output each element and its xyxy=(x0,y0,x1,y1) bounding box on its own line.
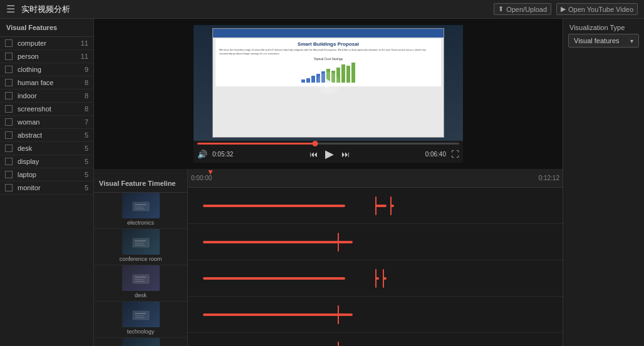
open-upload-button[interactable]: ⬆ Open/Upload xyxy=(494,3,551,15)
feature-checkbox[interactable] xyxy=(5,92,13,99)
thumb-svg xyxy=(132,200,150,212)
timeline-title: Visual Feature Timeline xyxy=(94,174,187,193)
feature-item-laptop[interactable]: laptop 5 xyxy=(0,168,93,181)
play-pause-icon[interactable]: ▶ xyxy=(325,147,334,161)
feature-checkbox[interactable] xyxy=(5,53,13,60)
doc-titlebar xyxy=(213,29,444,38)
youtube-icon: ▶ xyxy=(561,5,566,13)
feature-checkbox[interactable] xyxy=(5,39,13,47)
track-row-people xyxy=(188,333,563,346)
feature-item-abstract[interactable]: abstract 5 xyxy=(0,129,93,142)
playhead-arrow: ▼ xyxy=(207,169,214,176)
feature-name: computer xyxy=(18,39,76,47)
track-marker xyxy=(390,196,392,215)
controls-row: 🔊 0:05:32 ⏮ ▶ ⏭ 0:06:40 ⛶ xyxy=(197,147,459,161)
fast-forward-icon[interactable]: ⏭ xyxy=(341,150,350,159)
feature-checkbox[interactable] xyxy=(5,145,13,152)
feature-count: 9 xyxy=(76,66,88,73)
progress-fill xyxy=(197,143,315,145)
feature-item-computer[interactable]: computer 11 xyxy=(0,37,93,50)
feature-name: indoor xyxy=(18,92,76,99)
header-actions: ⬆ Open/Upload ▶ Open YouTube Video xyxy=(494,3,638,15)
feature-name: abstract xyxy=(18,131,76,139)
progress-bar[interactable] xyxy=(197,143,459,145)
feature-item-display[interactable]: display 5 xyxy=(0,155,93,168)
thumb-svg xyxy=(132,308,150,321)
feature-count: 5 xyxy=(76,131,88,139)
thumb-placeholder xyxy=(122,193,160,218)
feature-checkbox[interactable] xyxy=(5,158,13,165)
thumb-scene xyxy=(122,338,160,346)
thumb-label: technology xyxy=(127,328,155,335)
time-current: 0:05:32 xyxy=(212,151,233,158)
svg-rect-3 xyxy=(135,208,145,210)
feature-item-indoor[interactable]: indoor 8 xyxy=(0,89,93,103)
feature-count: 5 xyxy=(76,184,88,191)
viz-type-selected: Visual features xyxy=(574,37,620,44)
feature-item-desk[interactable]: desk 5 xyxy=(0,142,93,155)
thumb-placeholder xyxy=(122,338,160,346)
thumb-scene xyxy=(122,193,160,218)
feature-checkbox[interactable] xyxy=(5,118,13,126)
fullscreen-icon[interactable]: ⛶ xyxy=(451,150,459,159)
viz-type-label: Visualization Type xyxy=(563,19,644,34)
controls-left: 🔊 0:05:32 xyxy=(197,150,233,159)
feature-name: clothing xyxy=(18,66,76,73)
feature-count: 11 xyxy=(76,39,88,47)
feature-item-monitor[interactable]: monitor 5 xyxy=(0,181,93,195)
feature-count: 7 xyxy=(76,118,88,126)
svg-rect-7 xyxy=(135,245,145,246)
feature-item-clothing[interactable]: clothing 9 xyxy=(0,63,93,76)
chart-bar xyxy=(351,63,355,83)
main-layout: Visual Features computer 11 person 11 cl… xyxy=(0,19,644,346)
thumb-svg xyxy=(132,272,150,285)
viz-type-dropdown[interactable]: Visual features ▾ xyxy=(568,34,639,48)
thumb-scene xyxy=(122,265,160,291)
svg-rect-13 xyxy=(135,313,146,314)
track-rows xyxy=(188,188,563,346)
feature-item-person[interactable]: person 11 xyxy=(0,50,93,63)
feature-checkbox[interactable] xyxy=(5,184,13,191)
track-marker xyxy=(338,342,339,346)
open-youtube-button[interactable]: ▶ Open YouTube Video xyxy=(556,3,638,15)
feature-checkbox[interactable] xyxy=(5,66,13,73)
thumb-placeholder xyxy=(122,302,160,327)
feature-checkbox[interactable] xyxy=(5,79,13,86)
play-icon xyxy=(325,78,334,88)
track-marker xyxy=(383,269,384,288)
svg-rect-10 xyxy=(135,279,143,280)
thumb-label: electronics xyxy=(127,220,154,226)
thumb-scene xyxy=(122,302,160,327)
track-segment xyxy=(203,241,353,243)
feature-name: desk xyxy=(18,145,76,152)
visual-features-title: Visual Features xyxy=(0,19,93,37)
controls-right: 0:06:40 ⛶ xyxy=(425,150,459,159)
feature-item-screenshot[interactable]: screenshot 8 xyxy=(0,103,93,116)
chart-bar xyxy=(306,78,310,83)
track-row-technology xyxy=(188,297,563,333)
feature-name: person xyxy=(18,53,76,60)
feature-item-woman[interactable]: woman 7 xyxy=(0,116,93,129)
feature-checkbox[interactable] xyxy=(5,131,13,139)
thumb-placeholder xyxy=(122,265,160,291)
menu-icon[interactable]: ☰ xyxy=(6,3,15,15)
feature-name: woman xyxy=(18,118,76,126)
feature-list: computer 11 person 11 clothing 9 human f… xyxy=(0,37,93,195)
header: ☰ 实时视频分析 ⬆ Open/Upload ▶ Open YouTube Vi… xyxy=(0,0,644,19)
feature-name: screenshot xyxy=(18,105,76,113)
video-container: Smart Buildings Proposal We have the bro… xyxy=(194,25,463,163)
feature-checkbox[interactable] xyxy=(5,105,13,113)
thumb-scene xyxy=(122,229,160,255)
volume-icon[interactable]: 🔊 xyxy=(197,150,207,159)
chart-bar xyxy=(346,66,350,83)
timeline-header: 0:00:00 ▼ 0:12:12 xyxy=(188,169,563,188)
feature-checkbox[interactable] xyxy=(5,171,13,178)
rewind-icon[interactable]: ⏮ xyxy=(309,150,318,159)
feature-item-human-face[interactable]: human face 8 xyxy=(0,76,93,89)
playhead: ▼ xyxy=(207,169,214,176)
svg-rect-9 xyxy=(135,277,146,278)
timeline-label-desk: desk xyxy=(94,265,187,302)
play-button[interactable] xyxy=(317,72,340,94)
feature-count: 11 xyxy=(76,53,88,60)
timeline-label-people: people xyxy=(94,338,187,346)
